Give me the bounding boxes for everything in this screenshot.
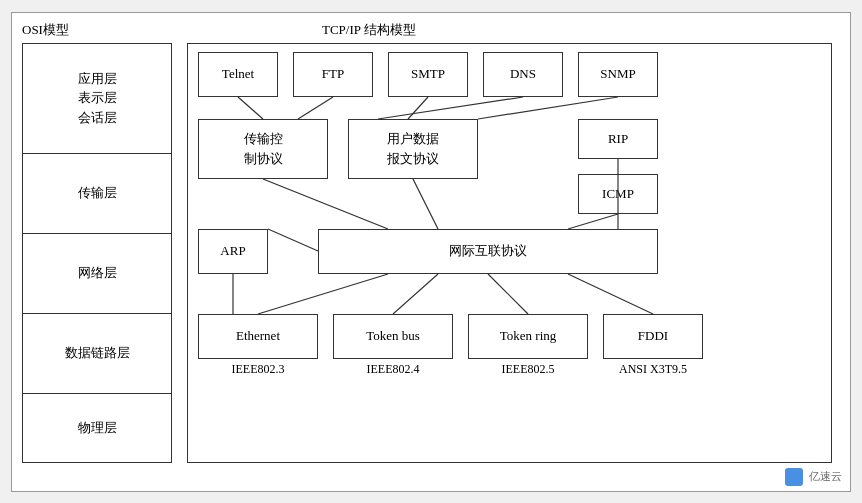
box-fddi: FDDI [603, 314, 703, 359]
box-telnet: Telnet [198, 52, 278, 97]
label-ieee8023: IEEE802.3 [198, 362, 318, 377]
box-ethernet: Ethernet [198, 314, 318, 359]
osi-layer-transport: 传输层 [23, 154, 171, 234]
label-ieee8025: IEEE802.5 [468, 362, 588, 377]
osi-column: 应用层 表示层 会话层 传输层 网络层 数据链路层 物理层 [22, 43, 172, 463]
svg-line-4 [478, 97, 618, 119]
svg-line-1 [298, 97, 333, 119]
osi-layer-physical: 物理层 [23, 394, 171, 462]
box-ftp: FTP [293, 52, 373, 97]
svg-line-8 [568, 214, 618, 229]
svg-line-13 [488, 274, 528, 314]
osi-layer-application: 应用层 表示层 会话层 [23, 44, 171, 154]
diagram-container: OSI模型 TCP/IP 结构模型 应用层 表示层 会话层 传输层 网络层 数据… [11, 12, 851, 492]
box-icmp: ICMP [578, 174, 658, 214]
svg-line-6 [413, 179, 438, 229]
box-rip: RIP [578, 119, 658, 159]
box-ip: 网际互联协议 [318, 229, 658, 274]
box-token-ring: Token ring [468, 314, 588, 359]
svg-line-0 [238, 97, 263, 119]
osi-label: OSI模型 [22, 21, 69, 39]
label-ieee8024: IEEE802.4 [333, 362, 453, 377]
svg-line-2 [408, 97, 428, 119]
svg-line-12 [393, 274, 438, 314]
osi-layer-datalink: 数据链路层 [23, 314, 171, 394]
svg-line-5 [263, 179, 388, 229]
box-udp: 用户数据 报文协议 [348, 119, 478, 179]
tcpip-area: Telnet FTP SMTP DNS SNMP 传输控 制协议 用户数据 报文… [187, 43, 832, 463]
tcpip-label: TCP/IP 结构模型 [322, 21, 416, 39]
svg-line-3 [378, 97, 523, 119]
box-smtp: SMTP [388, 52, 468, 97]
watermark: 亿速云 [785, 468, 842, 486]
osi-layer-network: 网络层 [23, 234, 171, 314]
svg-line-9 [268, 229, 318, 251]
svg-line-14 [568, 274, 653, 314]
svg-line-11 [258, 274, 388, 314]
label-ansi: ANSI X3T9.5 [593, 362, 713, 377]
box-dns: DNS [483, 52, 563, 97]
box-tcp: 传输控 制协议 [198, 119, 328, 179]
box-snmp: SNMP [578, 52, 658, 97]
box-token-bus: Token bus [333, 314, 453, 359]
box-arp: ARP [198, 229, 268, 274]
